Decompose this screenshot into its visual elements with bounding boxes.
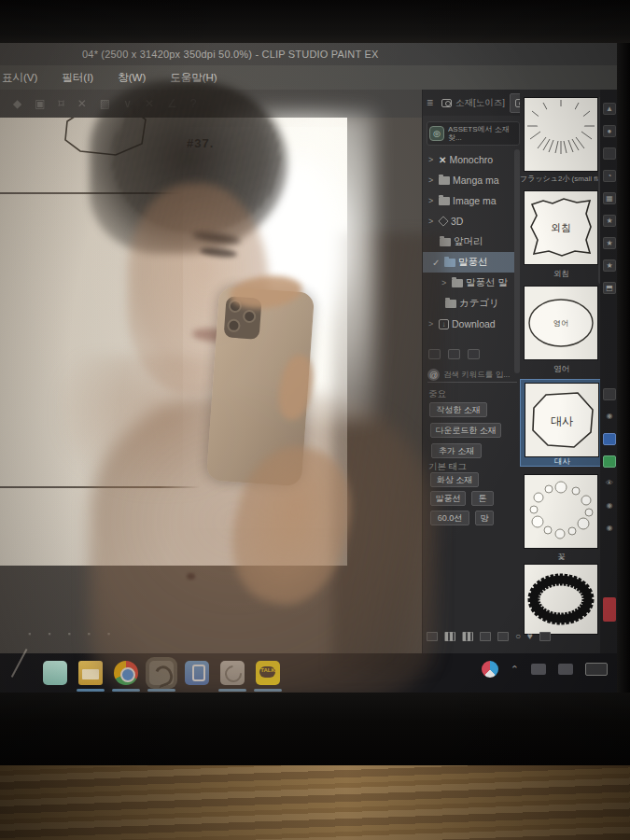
tree-item-download[interactable]: > ↓ Download (423, 314, 520, 334)
folder-icon (439, 176, 450, 185)
taskbar-spiral-app-icon[interactable] (220, 661, 245, 685)
eye-icon[interactable]: 👁 (603, 478, 616, 490)
bubble-ring-thumbnail (525, 475, 597, 548)
spiky-ring-thumbnail (525, 565, 597, 634)
eye-icon[interactable]: ◉ (603, 411, 616, 423)
material-caption: 외침 (520, 269, 603, 280)
eye-icon[interactable]: ◉ (603, 500, 616, 512)
expand-icon[interactable]: > (428, 155, 436, 164)
thumbnail-view-icon[interactable] (444, 632, 455, 641)
taskbar-notes-icon[interactable] (43, 661, 67, 685)
register-material-icon[interactable] (497, 632, 509, 641)
menu-view[interactable]: 표시(V) (2, 71, 37, 85)
tag-60-lines[interactable]: 60.0선 (430, 511, 469, 525)
new-folder-icon[interactable] (428, 349, 441, 359)
menu-window[interactable]: 창(W) (118, 71, 146, 85)
tool-icon[interactable]: ∠ (167, 97, 177, 110)
material-folder-tree: > ✕ Monochro > Manga ma > Image ma > 3D (423, 149, 520, 334)
dock-palette-icon[interactable]: ● (603, 125, 616, 137)
taskbar-clip-studio-icon-active[interactable] (149, 661, 174, 685)
tree-item-manga-material[interactable]: > Manga ma (423, 170, 520, 190)
delete-material-icon[interactable] (539, 632, 551, 641)
tree-item-balloon-sub[interactable]: > 말풍선 말 (423, 273, 520, 293)
panel-menu-icon[interactable]: ≡ (427, 96, 433, 109)
tree-item-category[interactable]: カテゴリ (423, 293, 520, 314)
additional-materials-button[interactable]: 추가 소재 (431, 443, 482, 458)
canvas-area[interactable]: #37. ▪▪▪▪▪ (0, 118, 422, 653)
tree-item-monochro[interactable]: > ✕ Monochro (423, 149, 520, 170)
menu-filter[interactable]: 필터(I) (62, 71, 93, 85)
taskbar-kakaotalk-icon[interactable]: TALK (256, 661, 280, 685)
dock-layout-icon[interactable]: ⬒ (603, 282, 616, 294)
tool-icon[interactable]: ✕ (77, 97, 87, 110)
dock-clock-icon[interactable]: ◔ (603, 170, 616, 182)
image-material-icon (439, 197, 450, 205)
downloaded-materials-button[interactable]: 다운로드한 소재 (430, 423, 501, 438)
favorite-heart-icon[interactable]: ♥ (527, 631, 533, 641)
expand-icon[interactable]: > (441, 278, 449, 287)
tool-icon[interactable]: ✕ (145, 97, 154, 110)
tag-balloon[interactable]: 말풍선 (430, 491, 466, 506)
expand-icon[interactable]: > (428, 217, 436, 226)
add-folder-icon[interactable] (448, 349, 460, 359)
tray-audio-icon[interactable] (558, 664, 573, 675)
tool-icon[interactable]: ∨ (123, 97, 132, 110)
paste-material-icon[interactable] (480, 632, 491, 641)
dialogue-balloon-thumbnail: 대사 (525, 384, 598, 456)
tree-item-3d[interactable]: > 3D (423, 211, 520, 231)
taskbar-file-explorer-icon[interactable] (78, 661, 103, 685)
tool-icon[interactable]: ▣ (35, 97, 45, 110)
material-item-shout[interactable]: 외침 (524, 190, 598, 265)
dock-star-folder-icon[interactable]: ★ (603, 237, 616, 249)
tag-tone[interactable]: 톤 (471, 491, 494, 506)
dock-color-green-icon[interactable] (603, 455, 616, 468)
tag-image-material[interactable]: 화상 소재 (430, 472, 479, 487)
eye-icon[interactable]: ◉ (603, 523, 616, 535)
material-item-small-flash[interactable] (524, 97, 598, 172)
taskbar-chrome-icon[interactable] (114, 661, 138, 685)
search-circle-icon[interactable]: ○ (515, 631, 521, 641)
tree-item-balloon-selected[interactable]: ✓ 말풍선 (423, 252, 520, 273)
dock-palette-icon[interactable]: ▦ (603, 192, 616, 204)
cube-3d-icon (438, 216, 448, 226)
created-materials-button[interactable]: 작성한 소재 (429, 402, 487, 417)
expand-icon[interactable]: > (428, 175, 436, 185)
dialogue-card[interactable]: 대사 (525, 383, 599, 457)
tray-device-icon[interactable] (531, 664, 546, 675)
material-item-dialogue-selected[interactable]: 대사 대사 (520, 379, 603, 467)
running-indicator (254, 689, 282, 692)
dock-color-blue-icon[interactable] (603, 433, 616, 445)
window-title-bar[interactable]: 04* (2500 x 31420px 350dpi 50.0%) - CLIP… (0, 43, 617, 65)
tray-chevron-up-icon[interactable]: ⌃ (511, 664, 519, 676)
dock-palette-icon[interactable] (603, 147, 616, 160)
material-item-ellipse[interactable]: 영어 (524, 286, 598, 360)
tree-item-image-material[interactable]: > Image ma (423, 190, 520, 211)
material-item-bubble-ring[interactable] (524, 474, 598, 549)
tray-keyboard-icon[interactable] (585, 663, 608, 676)
dock-star-folder-icon[interactable]: ★ (603, 259, 616, 272)
list-view-icon[interactable] (427, 632, 438, 641)
material-item-spiky-ring[interactable] (524, 564, 598, 635)
canvas-nav-controls[interactable]: ▪▪▪▪▪ (28, 629, 110, 638)
tool-icon[interactable]: ◆ (13, 97, 21, 110)
collapse-up-icon[interactable]: ▲ (603, 103, 616, 115)
tag-mang[interactable]: 망 (475, 511, 494, 525)
tool-icon[interactable]: ▨ (100, 97, 110, 110)
dock-color-red-icon[interactable] (603, 388, 616, 400)
tab-material-noise[interactable]: 소재[노이즈] (437, 94, 510, 112)
tool-icon[interactable]: ⌑ (59, 97, 64, 110)
dock-star-folder-icon[interactable]: ★ (603, 215, 616, 227)
assets-banner[interactable]: ◎ ASSETS에서 소재 찾... (427, 121, 520, 146)
tree-item-bangs[interactable]: 앞머리 (423, 231, 520, 252)
dock-red-button[interactable] (603, 597, 616, 622)
running-indicator (77, 689, 105, 692)
tool-icon[interactable]: ? (190, 97, 197, 110)
taskbar-blue-app-icon[interactable] (185, 661, 209, 685)
expand-icon[interactable]: > (428, 196, 436, 205)
expand-icon[interactable]: > (428, 319, 436, 329)
edit-folder-icon[interactable] (468, 349, 480, 359)
material-search[interactable]: @ 검색 키워드를 입... (427, 368, 517, 383)
tray-browser-icon[interactable] (482, 661, 498, 678)
menu-help[interactable]: 도움말(H) (170, 71, 217, 85)
small-grid-view-icon[interactable] (462, 632, 473, 641)
